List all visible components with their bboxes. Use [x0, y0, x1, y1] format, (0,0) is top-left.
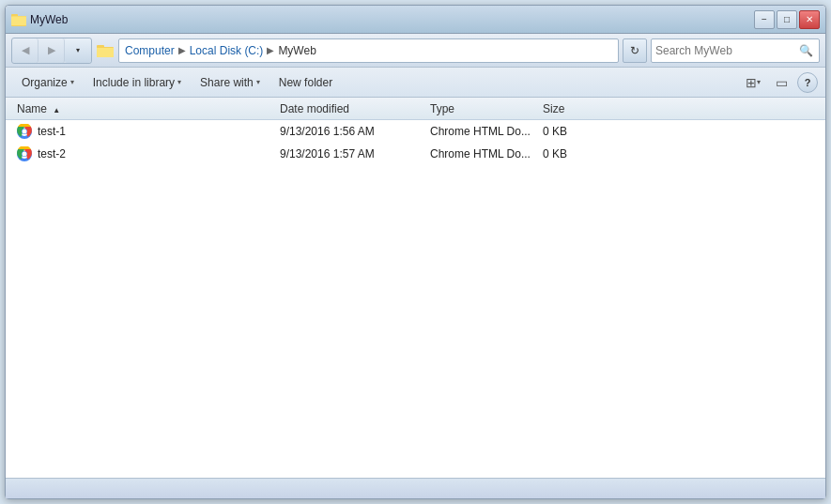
- refresh-button[interactable]: ↻: [623, 38, 647, 63]
- toolbar-right: ⊞ ▾ ▭ ?: [741, 70, 818, 95]
- nav-dropdown-button[interactable]: ▾: [65, 38, 91, 63]
- svg-point-14: [23, 151, 27, 156]
- file-type: Chrome HTML Do...: [426, 147, 539, 160]
- column-headers: Name ▲ Date modified Type Size: [6, 98, 825, 120]
- location-folder-icon: [96, 41, 115, 60]
- chrome-icon: [17, 146, 32, 161]
- file-size: 0 KB: [539, 125, 614, 138]
- svg-point-10: [23, 129, 27, 133]
- toolbar: Organize ▾ Include in library ▾ Share wi…: [6, 68, 825, 98]
- window-title: MyWeb: [30, 13, 68, 26]
- svg-rect-3: [11, 17, 26, 25]
- new-folder-button[interactable]: New folder: [270, 70, 341, 95]
- breadcrumb-current: MyWeb: [278, 44, 315, 57]
- address-bar: ◀ ▶ ▾ Computer ▶ Local Disk (C:) ▶ MyWeb…: [6, 34, 825, 68]
- breadcrumb-bar: Computer ▶ Local Disk (C:) ▶ MyWeb: [118, 38, 619, 63]
- breadcrumb-computer[interactable]: Computer: [125, 44, 175, 57]
- col-header-name[interactable]: Name ▲: [13, 102, 276, 115]
- file-date: 9/13/2016 1:56 AM: [276, 125, 426, 138]
- share-with-button[interactable]: Share with ▾: [192, 70, 269, 95]
- explorer-window: MyWeb − □ ✕ ◀ ▶ ▾ Computer: [5, 5, 826, 499]
- title-bar: MyWeb − □ ✕: [6, 6, 825, 34]
- close-button[interactable]: ✕: [799, 10, 820, 29]
- organize-dropdown-arrow: ▾: [70, 78, 74, 86]
- content-area: Name ▲ Date modified Type Size: [6, 98, 825, 478]
- title-bar-left: MyWeb: [11, 12, 68, 27]
- file-name: test-2: [13, 146, 276, 161]
- nav-buttons: ◀ ▶ ▾: [11, 38, 92, 64]
- folder-title-icon: [11, 12, 26, 27]
- table-row[interactable]: test-1 9/13/2016 1:56 AM Chrome HTML Do.…: [6, 120, 825, 143]
- svg-rect-5: [97, 45, 104, 48]
- include-library-button[interactable]: Include in library ▾: [85, 70, 190, 95]
- file-name: test-1: [13, 124, 276, 139]
- breadcrumb-sep-2: ▶: [267, 45, 274, 55]
- forward-button[interactable]: ▶: [38, 38, 65, 63]
- file-date: 9/13/2016 1:57 AM: [276, 147, 426, 160]
- name-sort-icon: ▲: [53, 106, 60, 115]
- file-type: Chrome HTML Do...: [426, 125, 539, 138]
- share-dropdown-arrow: ▾: [256, 78, 260, 86]
- breadcrumb-sep-1: ▶: [178, 45, 186, 55]
- preview-pane-button[interactable]: ▭: [769, 70, 793, 95]
- col-header-type[interactable]: Type: [426, 102, 539, 115]
- status-bar: [6, 478, 825, 498]
- minimize-button[interactable]: −: [754, 10, 775, 29]
- chrome-icon: [17, 124, 32, 139]
- col-header-size[interactable]: Size: [539, 102, 614, 115]
- table-row[interactable]: test-2 9/13/2016 1:57 AM Chrome HTML Do.…: [6, 143, 825, 165]
- include-dropdown-arrow: ▾: [177, 78, 181, 86]
- organize-button[interactable]: Organize ▾: [13, 70, 83, 95]
- view-options-button[interactable]: ⊞ ▾: [741, 70, 765, 95]
- breadcrumb-localdisk[interactable]: Local Disk (C:): [190, 44, 264, 57]
- file-size: 0 KB: [539, 147, 614, 160]
- search-box: 🔍: [651, 38, 820, 63]
- col-header-date[interactable]: Date modified: [276, 102, 426, 115]
- search-input[interactable]: [655, 44, 796, 57]
- svg-rect-6: [97, 48, 114, 57]
- back-button[interactable]: ◀: [12, 38, 38, 63]
- file-rows-container: test-1 9/13/2016 1:56 AM Chrome HTML Do.…: [6, 120, 825, 165]
- title-bar-buttons: − □ ✕: [754, 10, 820, 29]
- maximize-button[interactable]: □: [777, 10, 797, 29]
- file-list: Name ▲ Date modified Type Size: [6, 98, 825, 478]
- help-button[interactable]: ?: [797, 72, 818, 93]
- search-button[interactable]: 🔍: [796, 41, 815, 60]
